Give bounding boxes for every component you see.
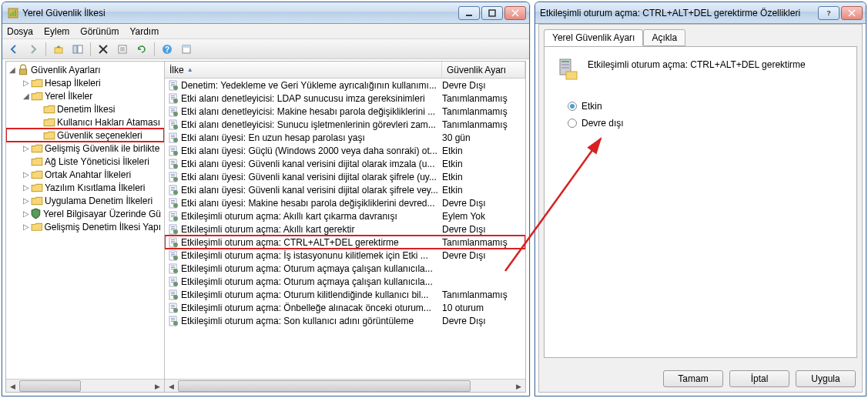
scroll-thumb[interactable] [19,380,81,392]
scroll-thumb[interactable] [178,380,471,392]
list-row[interactable]: Etkileşimli oturum açma: Oturum açmaya ç… [165,262,525,275]
close-button[interactable] [504,6,526,20]
policy-name: Etki alanı üyesi: Güvenli kanal verisini… [181,172,437,182]
list-row[interactable]: Etki alanı üyesi: Güvenli kanal verisini… [165,157,525,170]
up-button[interactable] [50,41,67,58]
menu-action[interactable]: Eylem [44,26,69,37]
list-row[interactable]: Etkileşimli oturum açma: Önbelleğe alına… [165,301,525,314]
expand-icon[interactable]: ◢ [22,92,31,100]
tree-item[interactable]: ◢Yerel İlkeler [6,89,164,102]
policy-icon [168,211,179,222]
list-row[interactable]: Etkileşimli oturum açma: CTRL+ALT+DEL ge… [165,236,525,249]
scroll-left-icon[interactable]: ◀ [165,380,178,392]
dialog-title: Etkileşimli oturum açma: CTRL+ALT+DEL ge… [540,8,816,18]
tree-item[interactable]: ▷Gelişmiş Güvenlik ile birlikte [6,142,164,155]
svg-rect-124 [566,72,577,79]
svg-rect-114 [171,319,175,320]
export-button[interactable] [178,41,195,58]
dialog-heading-row: Etkileşimli oturum açma: CTRL+ALT+DEL ge… [545,47,856,90]
list-hscroll[interactable]: ◀▶ [165,379,525,392]
show-hide-tree-button[interactable] [69,41,86,58]
refresh-button[interactable] [133,41,150,58]
expand-icon[interactable]: ▷ [22,222,31,231]
svg-point-71 [173,203,178,208]
list-row[interactable]: Etki alanı üyesi: En uzun hesap parolası… [165,131,525,144]
expand-icon[interactable]: ▷ [22,183,31,192]
scroll-right-icon[interactable]: ▶ [151,380,164,392]
ok-button[interactable]: Tamam [663,370,723,387]
list-row[interactable]: Etki alanı üyesi: Güvenli kanal verisini… [165,183,525,196]
tree-hscroll[interactable]: ◀▶ [6,379,164,392]
expand-icon[interactable]: ▷ [22,196,31,205]
list-row[interactable]: Etkileşimli oturum açma: Akıllı kart ger… [165,222,525,236]
svg-rect-34 [171,110,175,111]
list-row[interactable]: Etki alanı üyesi: Güvenli kanal verisini… [165,170,525,183]
policy-icon [168,119,179,130]
menu-view[interactable]: Görünüm [80,26,119,37]
tree-item[interactable]: Kullanıcı Hakları Ataması [6,115,164,129]
expand-icon[interactable]: ▷ [22,209,30,218]
delete-button[interactable] [95,41,112,58]
radio-enabled[interactable]: Etkin [568,98,833,115]
radio-disabled[interactable]: Devre dışı [568,115,833,132]
menu-help[interactable]: Yardım [129,26,159,37]
svg-point-81 [173,229,178,234]
tree-item[interactable]: Güvenlik seçenekleri [6,129,164,142]
main-titlebar[interactable]: Yerel Güvenlik İlkesi [2,2,529,24]
svg-rect-93 [171,266,175,266]
policy-value: Tanımlanmamış [442,119,525,130]
scroll-left-icon[interactable]: ◀ [6,380,19,392]
tree-item[interactable]: ▷Gelişmiş Denetim İlkesi Yapı [6,220,164,233]
expand-icon[interactable] [34,105,43,113]
list-row[interactable]: Etki alanı denetleyicisi: Sunucu işletme… [165,118,525,131]
list-row[interactable]: Etki alanı üyesi: Makine hesabı parola d… [165,196,525,209]
col-setting[interactable]: Güvenlik Ayarı [442,62,525,78]
toolbar-sep [90,42,91,56]
tree-item[interactable]: Ağ Liste Yöneticisi İlkeleri [6,155,164,168]
svg-rect-58 [171,174,175,175]
expand-icon[interactable] [34,131,43,139]
tab-explain[interactable]: Açıkla [643,29,685,46]
expand-icon[interactable] [34,118,43,126]
tree-item[interactable]: Denetim İlkesi [6,102,164,115]
tree-item[interactable]: ▷Ortak Anahtar İlkeleri [6,168,164,181]
expand-icon[interactable]: ▷ [22,79,31,87]
expand-icon[interactable]: ▷ [22,144,31,152]
cancel-button[interactable]: İptal [729,370,789,387]
back-button[interactable] [5,41,22,58]
list-row[interactable]: Etkileşimli oturum açma: Son kullanıcı a… [165,314,525,327]
minimize-button[interactable] [458,6,480,20]
tree-root[interactable]: ◢ Güvenlik Ayarları [6,63,164,76]
maximize-button[interactable] [481,6,503,20]
folder-icon [31,196,43,206]
list-row[interactable]: Etkileşimli oturum açma: Oturum açmaya ç… [165,275,525,288]
svg-point-86 [173,242,178,247]
tree-item[interactable]: ▷Yazılım Kısıtlama İlkeleri [6,181,164,194]
list-row[interactable]: Etkileşimli oturum açma: Oturum kilitlen… [165,288,525,301]
properties-button[interactable] [114,41,131,58]
list-row[interactable]: Etkileşimli oturum açma: İş istasyonunu … [165,249,525,262]
list-row[interactable]: Etki alanı denetleyicisi: Makine hesabı … [165,105,525,118]
expand-icon[interactable]: ▷ [22,170,31,179]
tree-item[interactable]: ▷Hesap İlkeleri [6,76,164,89]
apply-button[interactable]: Uygula [796,370,856,387]
list-row[interactable]: Denetim: Yedekleme ve Geri Yükleme ayrıc… [165,79,525,92]
list-row[interactable]: Etki alanı denetleyicisi: LDAP sunucusu … [165,92,525,105]
tree-item-label: Yerel İlkeler [45,91,92,102]
expand-icon[interactable] [22,157,31,166]
list-row[interactable]: Etki alanı üyesi: Güçlü (Windows 2000 ve… [165,144,525,157]
forward-button[interactable] [25,41,42,58]
tab-local-setting[interactable]: Yerel Güvenlik Ayarı [544,29,643,46]
scroll-right-icon[interactable]: ▶ [512,380,525,392]
close-button[interactable] [841,6,863,20]
dialog-titlebar[interactable]: Etkileşimli oturum açma: CTRL+ALT+DEL ge… [535,2,866,24]
help-button[interactable]: ? [818,6,840,20]
col-policy[interactable]: İlke▲ [165,62,442,78]
tree-item[interactable]: ▷Yerel Bilgisayar Üzerinde Gü [6,207,164,220]
tree-item[interactable]: ▷Uygulama Denetim İlkeleri [6,194,164,207]
expand-icon[interactable]: ◢ [8,65,17,74]
folder-icon [31,156,43,167]
list-row[interactable]: Etkileşimli oturum açma: Akıllı kart çık… [165,209,525,222]
help-button[interactable]: ? [159,41,176,58]
menu-file[interactable]: Dosya [7,26,33,37]
